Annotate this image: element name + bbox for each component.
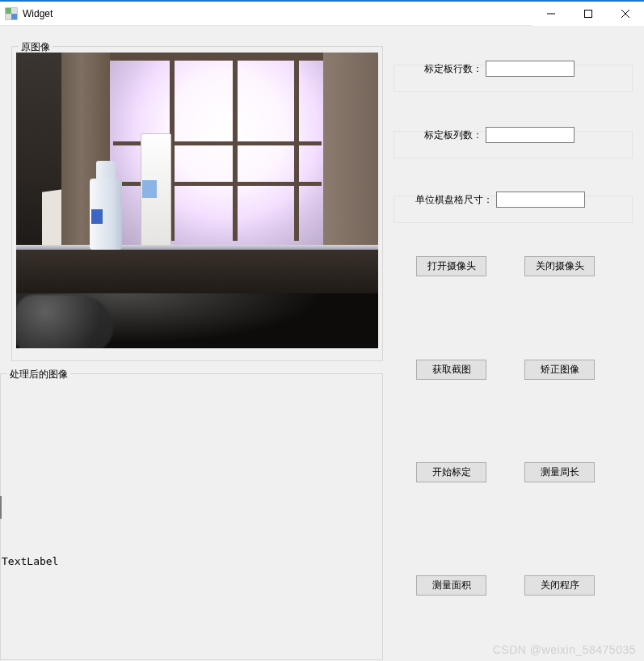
capture-button[interactable]: 获取截图 — [416, 360, 486, 380]
measure-perimeter-button[interactable]: 测量周长 — [524, 462, 595, 482]
open-camera-button[interactable]: 打开摄像头 — [416, 256, 486, 276]
titlebar: Widget — [0, 2, 644, 26]
text-label: TextLabel — [2, 555, 58, 567]
minimize-button[interactable] — [532, 2, 570, 26]
field-row-square: 单位棋盘格尺寸： — [415, 191, 585, 208]
label-board-cols: 标定板列数： — [424, 128, 482, 142]
group-processed-legend: 处理后的图像 — [7, 368, 70, 381]
svg-rect-5 — [585, 10, 592, 17]
input-board-cols[interactable] — [486, 127, 575, 143]
field-row-rows: 标定板行数： — [424, 60, 575, 78]
input-board-rows[interactable] — [486, 61, 575, 77]
svg-rect-4 — [11, 14, 17, 19]
watermark: CSDN @weixin_58475035 — [493, 643, 636, 656]
start-calibration-button[interactable]: 开始标定 — [416, 462, 486, 482]
input-square-size[interactable] — [496, 192, 585, 208]
minimize-icon — [547, 10, 555, 18]
original-image-view — [16, 53, 378, 348]
maximize-button[interactable] — [570, 2, 607, 26]
app-window: Widget 原图像 — [0, 0, 644, 661]
svg-rect-3 — [6, 14, 11, 19]
close-program-button[interactable]: 关闭程序 — [524, 575, 595, 596]
app-icon — [5, 7, 18, 20]
measure-area-button[interactable]: 测量面积 — [416, 575, 486, 596]
close-window-button[interactable] — [607, 2, 644, 26]
close-icon — [621, 10, 629, 18]
group-original-image: 原图像 — [11, 46, 383, 361]
left-edge-marker — [0, 496, 2, 519]
close-camera-button[interactable]: 关闭摄像头 — [524, 256, 595, 276]
camera-scene — [16, 53, 378, 348]
window-title: Widget — [23, 8, 53, 19]
svg-rect-1 — [6, 8, 11, 14]
svg-rect-2 — [11, 8, 17, 14]
rectify-button[interactable]: 矫正图像 — [524, 360, 595, 380]
group-processed-image: 处理后的图像 — [0, 373, 383, 660]
client-area: 原图像 — [0, 26, 644, 661]
label-square-size: 单位棋盘格尺寸： — [415, 193, 493, 207]
label-board-rows: 标定板行数： — [424, 62, 482, 76]
field-row-cols: 标定板列数： — [424, 126, 575, 144]
maximize-icon — [584, 10, 592, 18]
